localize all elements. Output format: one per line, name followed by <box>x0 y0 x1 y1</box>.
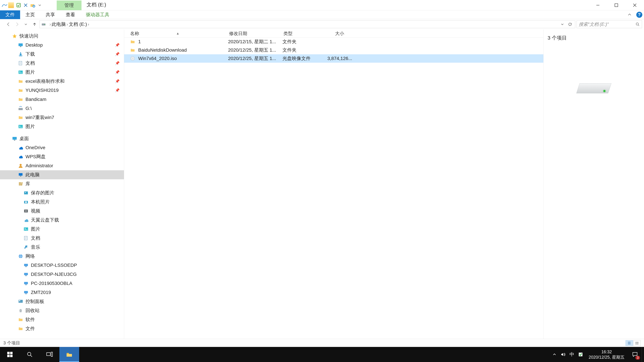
nav-network[interactable]: 网络 <box>0 252 124 261</box>
nav-library-item[interactable]: 本机照片 <box>0 197 124 206</box>
nav-desktop-item[interactable]: Administrator <box>0 161 124 170</box>
tab-drive-tools[interactable]: 驱动器工具 <box>80 10 115 19</box>
nav-label: YUNQISHI2019 <box>26 88 59 93</box>
nav-quick-item[interactable]: excel表格制作求和 📌 <box>0 77 124 86</box>
column-type[interactable]: 类型 <box>278 30 322 36</box>
nav-file-folder[interactable]: 文件 <box>0 324 124 333</box>
cloud-download-icon <box>24 218 31 223</box>
qat-dropdown-icon[interactable] <box>36 0 43 10</box>
qat-new-folder-icon[interactable]: ★ <box>29 0 36 10</box>
nav-network-item[interactable]: DESKTOP-NJEU3CG <box>0 270 124 279</box>
file-explorer-taskbar-button[interactable] <box>59 347 79 362</box>
nav-desktop-item[interactable]: 此电脑 <box>0 170 124 179</box>
nav-quick-item[interactable]: 文档 📌 <box>0 59 124 68</box>
nav-label: WPS网盘 <box>26 153 46 160</box>
nav-library-item[interactable]: 图片 <box>0 225 124 234</box>
nav-network-item[interactable]: ZMT2019 <box>0 288 124 297</box>
nav-desktop-item[interactable]: 库 <box>0 179 124 188</box>
file-name: Win7x64_2020.iso <box>138 56 228 61</box>
maximize-button[interactable] <box>607 0 626 10</box>
tab-file[interactable]: 文件 <box>0 10 20 19</box>
nav-desktop-item[interactable]: WPS网盘 <box>0 152 124 161</box>
file-row[interactable]: Win7x64_2020.iso 2020/12/25, 星期五 1... 光盘… <box>124 54 544 63</box>
nav-quick-item[interactable]: 图片 <box>0 122 124 131</box>
search-input[interactable]: 搜索"文档 (E:)" <box>576 20 642 28</box>
nav-library-item[interactable]: 天翼云盘下载 <box>0 216 124 225</box>
svg-rect-47 <box>636 342 636 343</box>
qat-close-icon[interactable] <box>22 0 29 10</box>
taskbar-clock[interactable]: 16:32 2020/12/25, 星期五 <box>585 349 628 360</box>
svg-rect-38 <box>25 275 27 276</box>
address-dropdown-icon[interactable] <box>559 23 566 26</box>
refresh-icon[interactable] <box>567 22 574 26</box>
ribbon-collapse-icon[interactable] <box>623 13 636 17</box>
manage-contextual-tab[interactable]: 管理 <box>57 0 82 10</box>
nav-library-item[interactable]: 视频 <box>0 206 124 216</box>
nav-network-item[interactable]: DESKTOP-LSSOEDP <box>0 261 124 270</box>
taskbar: 中 16:32 2020/12/25, 星期五 3 <box>0 347 644 362</box>
nav-library-item[interactable]: 文档 <box>0 234 124 243</box>
camera-roll-icon <box>24 199 31 204</box>
qat-folder-icon[interactable] <box>8 0 15 10</box>
nav-recycle-bin[interactable]: 回收站 <box>0 306 124 315</box>
svg-rect-54 <box>10 355 12 357</box>
network-pc-icon <box>24 263 31 268</box>
tray-overflow-icon[interactable] <box>550 347 559 362</box>
svg-text:★: ★ <box>33 5 35 7</box>
help-icon[interactable]: ? <box>636 12 642 18</box>
nav-library-item[interactable]: 保存的图片 <box>0 188 124 197</box>
column-date[interactable]: 修改日期 <box>223 30 278 36</box>
back-button[interactable] <box>5 21 12 28</box>
start-button[interactable] <box>0 347 20 362</box>
column-size[interactable]: 大小 <box>322 30 351 36</box>
crumb-drive-e[interactable]: 文档 (E:) <box>69 21 87 27</box>
file-row[interactable]: BaiduNetdiskDownload 2020/12/25, 星期五 1..… <box>124 46 544 54</box>
nav-software[interactable]: 软件 <box>0 315 124 324</box>
show-desktop-button[interactable] <box>642 347 644 362</box>
forward-button[interactable] <box>14 21 21 28</box>
nav-label: 天翼云盘下载 <box>31 217 59 223</box>
file-type: 文件夹 <box>282 47 327 53</box>
nav-quick-item[interactable]: YUNQISHI2019 📌 <box>0 86 124 95</box>
ime-indicator[interactable]: 中 <box>568 347 576 362</box>
thumbnails-view-button[interactable] <box>633 340 641 346</box>
nav-quick-item[interactable]: 下载 📌 <box>0 50 124 59</box>
tab-home[interactable]: 主页 <box>20 10 40 19</box>
breadcrumb[interactable]: › 此电脑 › 文档 (E:) › <box>40 20 575 28</box>
minimize-button[interactable] <box>589 0 607 10</box>
app-icon[interactable] <box>1 0 8 10</box>
crumb-this-pc[interactable]: 此电脑 <box>52 21 66 27</box>
nav-network-item[interactable]: PC-20190530OBLA <box>0 279 124 288</box>
volume-icon[interactable] <box>559 347 568 362</box>
nav-quick-item[interactable]: Bandicam <box>0 95 124 104</box>
tab-share[interactable]: 共享 <box>40 10 60 19</box>
nav-quick-item[interactable]: Desktop 📌 <box>0 40 124 50</box>
security-icon[interactable] <box>576 347 585 362</box>
nav-quick-item[interactable]: win7重装win7 <box>0 113 124 122</box>
details-view-button[interactable] <box>626 340 633 346</box>
drive-g-icon <box>18 106 26 111</box>
recent-locations-icon[interactable] <box>22 21 30 28</box>
nav-desktop-item[interactable]: OneDrive <box>0 143 124 152</box>
task-view-button[interactable] <box>40 347 59 362</box>
nav-library-item[interactable]: 音乐 <box>0 243 124 252</box>
close-button[interactable] <box>626 0 644 10</box>
qat-properties-icon[interactable] <box>15 0 22 10</box>
column-name[interactable]: 名称▲ <box>124 30 223 36</box>
nav-quick-access[interactable]: 快速访问 <box>0 31 124 40</box>
nav-desktop[interactable]: 桌面 <box>0 134 124 143</box>
action-center-button[interactable]: 3 <box>628 347 642 362</box>
svg-rect-15 <box>18 108 23 110</box>
nav-quick-item[interactable]: G:\ <box>0 104 124 113</box>
up-button[interactable] <box>31 21 38 28</box>
search-icon[interactable] <box>636 22 640 26</box>
navigation-pane[interactable]: 快速访问 Desktop 📌 下载 📌 文档 📌 图片 📌 excel表格制作求… <box>0 29 124 339</box>
nav-label: 下载 <box>26 51 35 57</box>
nav-control-panel[interactable]: 控制面板 <box>0 297 124 306</box>
file-row[interactable]: 1 2020/12/15, 星期二 1... 文件夹 <box>124 37 544 46</box>
search-button[interactable] <box>20 347 40 362</box>
pin-icon: 📌 <box>115 79 120 83</box>
explorer-body: 快速访问 Desktop 📌 下载 📌 文档 📌 图片 📌 excel表格制作求… <box>0 29 644 339</box>
tab-view[interactable]: 查看 <box>60 10 80 19</box>
nav-quick-item[interactable]: 图片 📌 <box>0 68 124 77</box>
